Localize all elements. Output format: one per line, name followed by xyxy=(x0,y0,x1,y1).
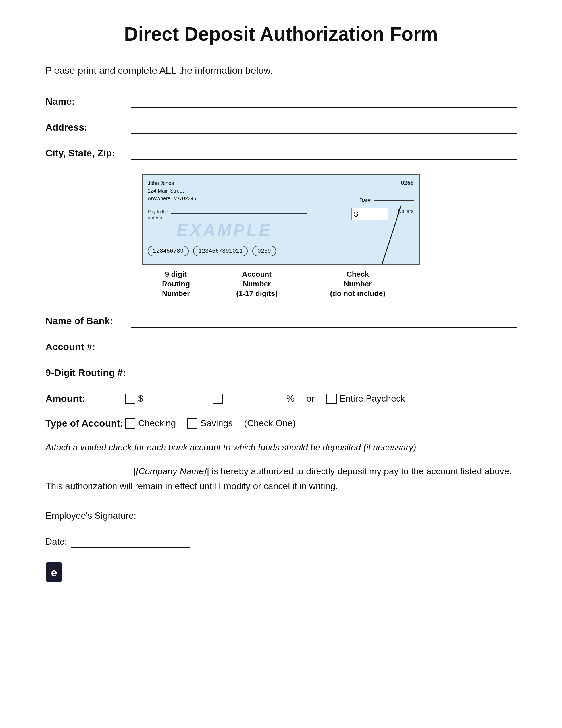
dollar-sign-label: $ xyxy=(138,393,143,404)
check-example-text: EXAMPLE xyxy=(177,220,272,239)
svg-text:e: e xyxy=(51,567,57,579)
check-numbers-row: 123456789 1234567891011 0259 xyxy=(148,246,276,256)
bank-name-field-row: Name of Bank: xyxy=(45,315,517,328)
percent-amount-line[interactable] xyxy=(227,394,283,403)
check-dollar-box: $ xyxy=(351,208,388,220)
company-name-blank[interactable] xyxy=(45,474,131,474)
city-state-zip-field-row: City, State, Zip: xyxy=(45,148,517,160)
routing-input-line[interactable] xyxy=(132,369,517,379)
bank-fields-section: Name of Bank: Account #: 9-Digit Routing… xyxy=(45,315,517,379)
amount-row: Amount: $ % or Entire Paycheck xyxy=(45,393,517,404)
checking-label: Checking xyxy=(138,418,176,429)
page-title: Direct Deposit Authorization Form xyxy=(45,23,517,45)
check-num-oval: 0259 xyxy=(252,246,276,256)
name-input-line[interactable] xyxy=(131,98,517,108)
bank-name-input-line[interactable] xyxy=(131,317,517,328)
check-one-label: (Check One) xyxy=(244,418,295,429)
check-labels-row: 9 digitRoutingNumber AccountNumber(1-17 … xyxy=(142,270,420,298)
employee-signature-row: Employee's Signature: xyxy=(45,510,517,522)
amount-percent-checkbox[interactable] xyxy=(213,394,223,404)
address-input-line[interactable] xyxy=(131,124,517,134)
check-num-label: CheckNumber(do not include) xyxy=(321,270,395,298)
dollar-amount-line[interactable] xyxy=(147,394,204,403)
entire-paycheck-label: Entire Paycheck xyxy=(339,393,405,404)
savings-label: Savings xyxy=(200,418,233,429)
check-diagram: John Jones 124 Main Street Anywhere, MA … xyxy=(142,174,420,265)
account-label: Account #: xyxy=(45,341,125,353)
amount-dollar-checkbox[interactable] xyxy=(125,394,135,404)
city-state-zip-label: City, State, Zip: xyxy=(45,148,125,160)
account-type-options: Checking Savings (Check One) xyxy=(125,418,296,429)
amount-percent-option[interactable]: % xyxy=(213,393,294,404)
city-state-zip-input-line[interactable] xyxy=(131,150,517,160)
check-pay-order-label: Pay to theorder of: xyxy=(148,209,168,221)
check-pay-order-line xyxy=(171,213,307,214)
amount-label: Amount: xyxy=(45,393,125,404)
account-number-oval: 1234567891011 xyxy=(193,246,248,256)
account-type-row: Type of Account: Checking Savings (Check… xyxy=(45,418,517,429)
account-field-row: Account #: xyxy=(45,341,517,353)
amount-options: $ % or Entire Paycheck xyxy=(125,393,405,404)
check-name-address: John Jones 124 Main Street Anywhere, MA … xyxy=(148,179,196,202)
or-text: or xyxy=(306,393,314,404)
esign-icon: e xyxy=(45,562,63,582)
auth-text: [[Company Name]] is hereby authorized to… xyxy=(45,464,517,493)
employee-sig-label: Employee's Signature: xyxy=(45,510,136,522)
percent-sign-label: % xyxy=(286,393,294,404)
savings-checkbox[interactable] xyxy=(187,418,198,429)
account-type-label: Type of Account: xyxy=(45,418,125,429)
amount-dollar-option[interactable]: $ xyxy=(125,393,204,404)
check-dollars-line xyxy=(148,227,352,228)
entire-paycheck-option[interactable]: Entire Paycheck xyxy=(326,393,405,404)
date-sig-line[interactable] xyxy=(71,539,190,548)
employee-sig-line[interactable] xyxy=(140,513,517,522)
entire-paycheck-checkbox[interactable] xyxy=(326,394,337,404)
routing-field-row: 9-Digit Routing #: xyxy=(45,367,517,379)
routing-label: 9-Digit Routing #: xyxy=(45,367,126,379)
account-label: AccountNumber(1-17 digits) xyxy=(221,270,292,298)
intro-text: Please print and complete ALL the inform… xyxy=(45,65,517,76)
name-field-row: Name: xyxy=(45,96,517,108)
check-diagram-wrapper: John Jones 124 Main Street Anywhere, MA … xyxy=(45,174,517,298)
dollar-sign-icon: $ xyxy=(354,210,358,219)
check-date-line: Date: xyxy=(359,198,414,204)
checking-option[interactable]: Checking xyxy=(125,418,176,429)
routing-number-oval: 123456789 xyxy=(148,246,189,256)
routing-label: 9 digitRoutingNumber xyxy=(148,270,204,298)
check-number: 0259 xyxy=(401,179,414,186)
address-field-row: Address: xyxy=(45,122,517,134)
bank-name-label: Name of Bank: xyxy=(45,315,125,328)
date-label: Date: xyxy=(45,536,67,548)
company-name-placeholder: [Company Name] xyxy=(136,466,207,476)
italic-note: Attach a voided check for each bank acco… xyxy=(45,442,517,453)
checking-checkbox[interactable] xyxy=(125,418,135,429)
address-label: Address: xyxy=(45,122,125,134)
footer-icon: e xyxy=(45,562,63,582)
account-input-line[interactable] xyxy=(131,343,517,353)
date-row: Date: xyxy=(45,536,517,548)
name-label: Name: xyxy=(45,96,125,108)
savings-option[interactable]: Savings xyxy=(187,418,233,429)
